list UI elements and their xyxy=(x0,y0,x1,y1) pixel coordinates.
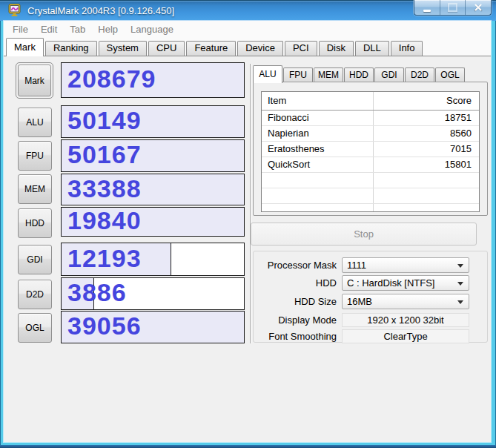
score-box-d2d: 3886 xyxy=(61,277,245,310)
item-score: 18751 xyxy=(374,111,479,125)
window-controls xyxy=(414,0,492,16)
tab-feature[interactable]: Feature xyxy=(186,41,236,56)
tab-mark[interactable]: Mark xyxy=(6,38,44,56)
detail-tab-mem[interactable]: MEM xyxy=(314,67,343,82)
maximize-icon xyxy=(448,3,457,12)
score-box-alu: 50149 xyxy=(61,105,245,138)
score-value-alu: 50149 xyxy=(67,106,142,135)
detail-tab-d2d[interactable]: D2D xyxy=(405,67,434,82)
display-mode-value: 1920 x 1200 32bit xyxy=(342,313,469,327)
run-hdd-button[interactable]: HDD xyxy=(18,208,52,238)
benchmark-detail-table: Item Score Fibonacci 18751 Napierian 856… xyxy=(261,91,480,212)
settings-group: Processor Mask 1111 HDD C : HardDisk [NT… xyxy=(253,251,488,343)
hdd-size-value: 16MB xyxy=(347,296,372,307)
item-name: Napierian xyxy=(262,126,374,141)
maximize-button[interactable] xyxy=(440,0,466,15)
score-box-hdd: 19840 xyxy=(61,207,245,237)
column-header-score: Score xyxy=(374,92,479,110)
item-name: QuickSort xyxy=(262,157,374,172)
vertical-separator xyxy=(250,64,251,343)
run-ogl-button[interactable]: OGL xyxy=(18,313,52,343)
display-mode-label: Display Mode xyxy=(254,314,342,326)
item-name: Fibonacci xyxy=(262,111,374,125)
table-row: QuickSort 15801 xyxy=(262,157,479,173)
detail-tab-ogl[interactable]: OGL xyxy=(435,67,465,82)
tab-ranking[interactable]: Ranking xyxy=(45,41,97,56)
close-button[interactable] xyxy=(466,0,491,15)
minimize-icon xyxy=(423,10,431,12)
close-icon xyxy=(474,3,483,12)
score-box-mark: 208679 xyxy=(61,62,245,98)
menu-bar: File Edit Tab Help Language xyxy=(4,21,491,37)
tab-dll[interactable]: DLL xyxy=(355,41,389,56)
column-header-item: Item xyxy=(262,92,374,110)
titlebar: CrystalMark 2004R3 [0.9.126.450] xyxy=(0,0,496,21)
score-value-ogl: 39056 xyxy=(67,312,142,340)
score-value-d2d: 3886 xyxy=(67,278,127,307)
item-name: Eratosthenes xyxy=(262,142,374,157)
menu-tab[interactable]: Tab xyxy=(70,24,85,35)
score-value-mark: 208679 xyxy=(67,65,156,93)
table-row: Fibonacci 18751 xyxy=(262,111,479,126)
font-smoothing-value: ClearType xyxy=(342,329,469,343)
chevron-down-icon xyxy=(457,282,463,286)
run-mark-button[interactable]: Mark xyxy=(18,65,51,96)
app-window: CrystalMark 2004R3 [0.9.126.450] File Ed… xyxy=(0,0,496,448)
score-value-mem: 33388 xyxy=(67,174,142,203)
table-row: Napierian 8560 xyxy=(262,126,479,142)
score-box-ogl: 39056 xyxy=(61,311,245,343)
table-row-empty xyxy=(262,173,479,188)
menu-file[interactable]: File xyxy=(13,24,28,35)
hdd-label: HDD xyxy=(254,277,342,289)
stop-button[interactable]: Stop xyxy=(251,223,477,246)
detail-tab-hdd[interactable]: HDD xyxy=(344,67,374,82)
processor-mask-label: Processor Mask xyxy=(254,260,342,271)
processor-mask-value: 1111 xyxy=(347,260,366,271)
run-mem-button[interactable]: MEM xyxy=(18,174,52,204)
score-box-gdi: 12193 xyxy=(61,243,245,276)
detail-tab-gdi[interactable]: GDI xyxy=(374,67,404,82)
mark-button-frame: Mark xyxy=(16,62,53,99)
run-alu-button[interactable]: ALU xyxy=(18,108,52,137)
score-value-gdi: 12193 xyxy=(67,244,142,273)
main-tab-strip: Mark Ranking System CPU Feature Device P… xyxy=(4,37,491,56)
detail-tab-strip: ALU FPU MEM HDD GDI D2D OGL xyxy=(253,65,466,82)
hdd-size-label: HDD Size xyxy=(254,296,342,307)
menu-help[interactable]: Help xyxy=(98,24,118,35)
score-value-fpu: 50167 xyxy=(67,140,142,169)
item-score: 8560 xyxy=(374,126,479,141)
font-smoothing-label: Font Smoothing xyxy=(254,331,342,342)
item-score: 15801 xyxy=(374,157,479,172)
run-fpu-button[interactable]: FPU xyxy=(18,141,52,171)
hdd-select[interactable]: C : HardDisk [NTFS] xyxy=(342,275,469,291)
client-area: File Edit Tab Help Language Mark Ranking… xyxy=(4,21,491,442)
item-score: 7015 xyxy=(374,142,479,157)
tab-cpu[interactable]: CPU xyxy=(148,41,185,56)
detail-tab-fpu[interactable]: FPU xyxy=(283,67,313,82)
table-row-empty xyxy=(262,204,479,212)
minimize-button[interactable] xyxy=(414,0,440,15)
table-row-empty xyxy=(262,188,479,204)
menu-language[interactable]: Language xyxy=(130,24,173,35)
processor-mask-select[interactable]: 1111 xyxy=(342,257,469,273)
tab-device[interactable]: Device xyxy=(237,41,283,56)
score-value-hdd: 19840 xyxy=(67,207,142,235)
window-bottom-edge xyxy=(0,445,496,448)
score-box-mem: 33388 xyxy=(61,174,245,205)
hdd-value: C : HardDisk [NTFS] xyxy=(347,277,434,289)
table-row: Eratosthenes 7015 xyxy=(262,142,479,157)
crystalmark-app-icon xyxy=(8,4,23,17)
detail-tab-alu[interactable]: ALU xyxy=(253,65,282,83)
window-title: CrystalMark 2004R3 [0.9.126.450] xyxy=(27,5,174,16)
tab-info[interactable]: Info xyxy=(391,41,423,56)
tab-system[interactable]: System xyxy=(99,41,147,56)
chevron-down-icon xyxy=(457,300,463,304)
menu-edit[interactable]: Edit xyxy=(41,24,57,35)
table-header-row: Item Score xyxy=(262,92,479,111)
run-gdi-button[interactable]: GDI xyxy=(18,245,52,274)
run-d2d-button[interactable]: D2D xyxy=(18,280,52,309)
tab-disk[interactable]: Disk xyxy=(319,41,354,56)
hdd-size-select[interactable]: 16MB xyxy=(342,294,469,309)
tab-pci[interactable]: PCI xyxy=(285,41,317,56)
score-box-fpu: 50167 xyxy=(61,139,245,172)
